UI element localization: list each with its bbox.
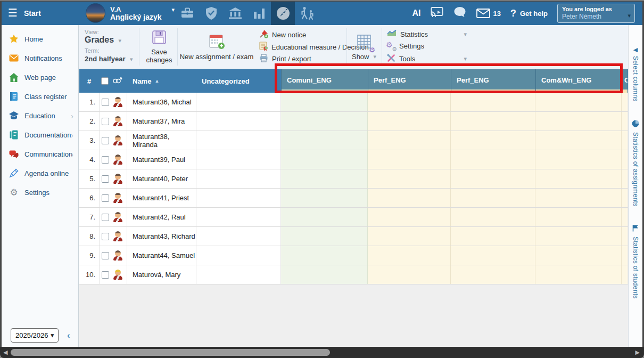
- grade-cell-uncategorized[interactable]: [196, 208, 281, 226]
- grade-cell[interactable]: [368, 112, 451, 131]
- grade-cell[interactable]: [451, 112, 535, 131]
- sidebar-item-communication[interactable]: Communication ›: [2, 144, 78, 164]
- scroll-right-arrow[interactable]: ▶: [635, 349, 640, 356]
- sidebar-item-notifications[interactable]: Notifications: [2, 48, 78, 68]
- logged-user-menu[interactable]: You are logged as Peter Németh ▾: [557, 4, 635, 23]
- column-header-grade[interactable]: Comuni_ENG: [281, 69, 368, 93]
- grade-cell[interactable]: [368, 265, 451, 284]
- grade-cell-uncategorized[interactable]: [196, 93, 281, 111]
- student-name[interactable]: Maturant38, Miranda: [127, 131, 196, 150]
- new-assignment-button[interactable]: New assignment / exam: [179, 29, 254, 64]
- grade-cell[interactable]: [451, 150, 535, 169]
- grade-cell[interactable]: [281, 93, 368, 111]
- explore-compass-icon-active[interactable]: [271, 2, 295, 25]
- grade-cell-partial[interactable]: [622, 265, 628, 284]
- grade-cell[interactable]: [368, 189, 451, 207]
- grade-cell-uncategorized[interactable]: [196, 169, 281, 188]
- grade-cell-uncategorized[interactable]: [196, 150, 281, 169]
- school-year-select[interactable]: 2025/2026 ▾: [11, 328, 59, 343]
- grade-cell[interactable]: [368, 208, 451, 226]
- settings-menu-button[interactable]: ⚙⚙ Settings: [387, 42, 467, 50]
- row-checkbox[interactable]: [102, 194, 109, 202]
- grade-cell[interactable]: [281, 112, 368, 131]
- column-header-grade[interactable]: Perf_ENG: [368, 69, 451, 93]
- bank-icon[interactable]: [223, 2, 247, 25]
- grade-cell[interactable]: [535, 227, 622, 246]
- sidebar-item-home[interactable]: Home: [2, 29, 78, 48]
- term-selector[interactable]: Term: 2nd halfyear ▾: [85, 47, 133, 63]
- row-checkbox[interactable]: [102, 214, 109, 221]
- student-name[interactable]: Maturová, Mary: [127, 265, 196, 284]
- student-name[interactable]: Maturant41, Priest: [127, 189, 196, 207]
- student-name[interactable]: Maturant39, Paul: [127, 150, 196, 169]
- save-changes-button[interactable]: Save changes: [143, 29, 175, 64]
- grade-cell[interactable]: [368, 227, 451, 246]
- grade-cell[interactable]: [535, 265, 622, 284]
- grade-cell[interactable]: [368, 131, 451, 150]
- row-checkbox[interactable]: [102, 137, 109, 144]
- grade-cell-partial[interactable]: [622, 131, 628, 150]
- student-name[interactable]: Maturant40, Peter: [127, 169, 196, 188]
- grade-cell[interactable]: [451, 189, 535, 207]
- grade-cell-uncategorized[interactable]: [196, 265, 281, 284]
- grade-cell[interactable]: [451, 246, 535, 265]
- sidebar-item-agenda-online[interactable]: Agenda online: [2, 164, 78, 183]
- briefcase-icon[interactable]: [175, 2, 199, 25]
- statistics-of-students-button[interactable]: Statistics of students: [632, 224, 639, 299]
- start-button[interactable]: Start: [24, 9, 41, 18]
- grade-cell[interactable]: [535, 246, 622, 265]
- grade-cell[interactable]: [368, 93, 451, 111]
- grade-cell-uncategorized[interactable]: [196, 246, 281, 265]
- row-checkbox[interactable]: [102, 233, 109, 240]
- grade-cell[interactable]: [281, 208, 368, 226]
- grade-cell[interactable]: [281, 189, 368, 207]
- select-all-checkbox[interactable]: [101, 77, 109, 85]
- cast-screen-icon[interactable]: [431, 6, 443, 20]
- grade-cell[interactable]: [368, 169, 451, 188]
- sidebar-item-class-register[interactable]: Class register: [2, 87, 78, 106]
- statistics-menu-button[interactable]: Statistics ▾: [387, 29, 467, 39]
- scroll-left-arrow[interactable]: ◀: [3, 349, 7, 356]
- print-export-button[interactable]: Print / export: [259, 54, 311, 64]
- show-button[interactable]: ⚙ Show▾: [350, 29, 378, 64]
- bar-chart-icon[interactable]: [247, 2, 271, 25]
- select-columns-button[interactable]: ◀ Select columns: [632, 46, 639, 102]
- grade-cell[interactable]: [451, 208, 535, 226]
- grade-cell-partial[interactable]: [622, 93, 628, 111]
- column-header-grade[interactable]: Perf_ENG: [451, 69, 535, 93]
- grade-cell[interactable]: [535, 169, 622, 188]
- grade-cell-partial[interactable]: [622, 208, 628, 226]
- column-header-grade[interactable]: Com&Wri_ENG: [535, 69, 622, 93]
- row-checkbox[interactable]: [102, 175, 109, 183]
- sidebar-item-documentation[interactable]: Documentation ›: [2, 125, 78, 144]
- row-checkbox[interactable]: [102, 271, 109, 279]
- column-header-name[interactable]: Name ▲: [127, 69, 196, 93]
- grade-cell-partial[interactable]: [622, 112, 628, 131]
- grade-cell-uncategorized[interactable]: [196, 112, 281, 131]
- sidebar-collapse-arrow[interactable]: ‹: [67, 330, 70, 341]
- people-walking-icon[interactable]: [295, 2, 319, 25]
- sidebar-item-education[interactable]: Education ›: [2, 106, 78, 125]
- grade-cell[interactable]: [451, 131, 535, 150]
- grade-cell-uncategorized[interactable]: [196, 131, 281, 150]
- grade-cell[interactable]: [535, 150, 622, 169]
- tools-menu-button[interactable]: Tools ▾: [387, 54, 467, 64]
- grade-cell[interactable]: [535, 189, 622, 207]
- statistics-of-assignments-button[interactable]: Statistics of assignments: [632, 120, 639, 207]
- student-name[interactable]: Maturant42, Raul: [127, 208, 196, 226]
- grade-cell[interactable]: [368, 150, 451, 169]
- hamburger-menu-icon[interactable]: ☰: [8, 6, 18, 19]
- student-name[interactable]: Maturant36, Michal: [127, 93, 196, 111]
- class-selector[interactable]: V.A Anglický jazyk ▾: [86, 3, 175, 23]
- horizontal-scrollbar[interactable]: ◀ ▶: [0, 347, 644, 358]
- grade-cell[interactable]: [281, 265, 368, 284]
- grade-cell[interactable]: [535, 93, 622, 111]
- grade-cell[interactable]: [451, 227, 535, 246]
- shield-check-icon[interactable]: [199, 2, 223, 25]
- grade-cell[interactable]: [451, 265, 535, 284]
- grade-cell[interactable]: [535, 131, 622, 150]
- scrollbar-thumb[interactable]: [11, 349, 330, 356]
- grade-cell[interactable]: [451, 169, 535, 188]
- row-checkbox[interactable]: [102, 156, 109, 164]
- sidebar-item-webpage[interactable]: Web page: [2, 68, 78, 87]
